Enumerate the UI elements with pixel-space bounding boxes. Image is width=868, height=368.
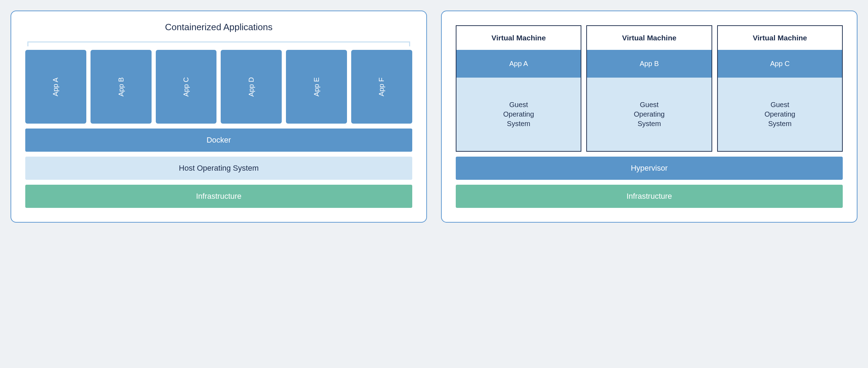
container-app-label: App C — [182, 77, 190, 97]
vm-title: Virtual Machine — [587, 26, 711, 50]
vm-title: Virtual Machine — [456, 26, 581, 50]
vm-guest-os-label: Guest Operating System — [503, 100, 534, 129]
container-app-label: App B — [117, 77, 125, 96]
vm-app: App C — [718, 50, 842, 78]
infrastructure-layer: Infrastructure — [456, 185, 843, 208]
vm-guest-os: Guest Operating System — [718, 78, 842, 151]
container-apps-row: App A App B App C App D App E App F — [25, 50, 412, 124]
container-app-label: App D — [247, 77, 255, 97]
container-app: App D — [221, 50, 282, 124]
vm-guest-os-label: Guest Operating System — [634, 100, 665, 129]
container-app: App C — [156, 50, 217, 124]
container-app: App F — [351, 50, 412, 124]
container-app: App A — [25, 50, 86, 124]
container-app: App E — [286, 50, 347, 124]
virtual-machine: Virtual Machine App A Guest Operating Sy… — [456, 25, 581, 152]
container-app-label: App A — [52, 77, 60, 96]
docker-layer: Docker — [25, 129, 412, 152]
container-app-label: App E — [313, 77, 321, 96]
virtual-machine: Virtual Machine App B Guest Operating Sy… — [586, 25, 712, 152]
vm-architecture-panel: Virtual Machine App A Guest Operating Sy… — [441, 11, 857, 223]
container-app-label: App F — [378, 77, 386, 96]
hypervisor-layer: Hypervisor — [456, 157, 843, 180]
vm-guest-os: Guest Operating System — [456, 78, 581, 151]
container-panel-title: Containerized Applications — [25, 22, 412, 33]
vm-app: App B — [587, 50, 711, 78]
apps-bracket — [27, 41, 410, 46]
infrastructure-layer: Infrastructure — [25, 185, 412, 208]
host-os-layer: Host Operating System — [25, 157, 412, 180]
vm-app: App A — [456, 50, 581, 78]
vm-row: Virtual Machine App A Guest Operating Sy… — [456, 25, 843, 152]
vm-guest-os: Guest Operating System — [587, 78, 711, 151]
virtual-machine: Virtual Machine App C Guest Operating Sy… — [717, 25, 843, 152]
container-app: App B — [91, 50, 152, 124]
vm-guest-os-label: Guest Operating System — [764, 100, 795, 129]
vm-title: Virtual Machine — [718, 26, 842, 50]
container-architecture-panel: Containerized Applications App A App B A… — [11, 11, 427, 223]
